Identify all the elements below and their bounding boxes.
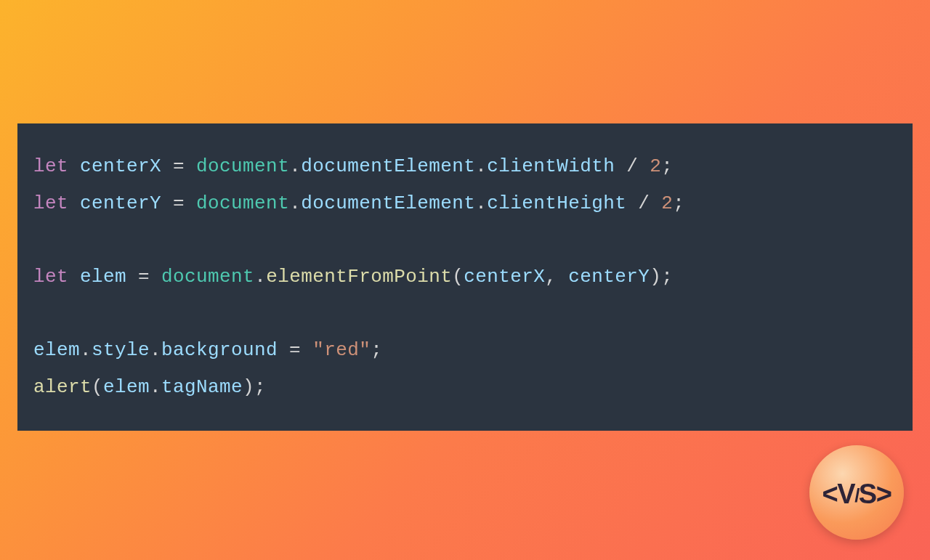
- code-token: [68, 192, 80, 214]
- code-token: [650, 192, 661, 214]
- code-token: tagName: [161, 376, 243, 398]
- code-snippet-panel: let centerX = document.documentElement.c…: [17, 123, 913, 431]
- code-token: /: [638, 192, 650, 214]
- code-token: [278, 339, 289, 361]
- code-line: [33, 296, 897, 333]
- code-token: .: [150, 376, 161, 398]
- code-line: elem.style.background = "red";: [33, 332, 897, 369]
- code-token: (: [92, 376, 103, 398]
- code-token: document: [196, 192, 289, 214]
- code-token: ): [650, 266, 661, 288]
- code-token: ;: [661, 266, 673, 288]
- code-token: ;: [673, 192, 684, 214]
- code-token: (: [452, 266, 464, 288]
- code-token: [126, 266, 138, 288]
- code-token: 2: [661, 192, 673, 214]
- code-token: centerX: [80, 155, 161, 177]
- code-token: =: [173, 192, 185, 214]
- code-token: centerY: [80, 192, 161, 214]
- code-token: [615, 155, 626, 177]
- code-token: .: [475, 155, 487, 177]
- code-token: =: [289, 339, 301, 361]
- code-line: let centerY = document.documentElement.c…: [33, 185, 897, 222]
- code-token: [301, 339, 312, 361]
- code-token: centerX: [464, 266, 545, 288]
- code-token: [161, 155, 173, 177]
- code-token: centerY: [568, 266, 650, 288]
- code-line: let elem = document.elementFromPoint(cen…: [33, 259, 897, 296]
- code-token: .: [80, 339, 92, 361]
- code-token: ): [243, 376, 254, 398]
- code-token: /: [626, 155, 638, 177]
- code-token: .: [254, 266, 266, 288]
- code-token: documentElement: [301, 155, 475, 177]
- code-token: [150, 266, 161, 288]
- code-token: document: [161, 266, 254, 288]
- code-token: ;: [254, 376, 266, 398]
- code-token: let: [33, 192, 68, 214]
- code-token: .: [289, 192, 301, 214]
- code-token: [185, 155, 196, 177]
- vs-logo-badge: <V/S>: [809, 445, 904, 540]
- code-token: documentElement: [301, 192, 475, 214]
- code-token: elem: [103, 376, 150, 398]
- code-token: =: [173, 155, 185, 177]
- code-token: [161, 192, 173, 214]
- logo-close-bracket: >: [876, 479, 891, 509]
- code-token: [557, 266, 568, 288]
- logo-open-bracket: <: [822, 479, 838, 509]
- code-token: .: [475, 192, 487, 214]
- code-token: [68, 266, 80, 288]
- code-token: .: [150, 339, 161, 361]
- code-token: elem: [33, 339, 80, 361]
- logo-v: V: [837, 479, 854, 509]
- code-token: .: [289, 155, 301, 177]
- logo-s: S: [859, 479, 876, 509]
- code-token: alert: [33, 376, 92, 398]
- code-token: let: [33, 266, 68, 288]
- code-token: elementFromPoint: [266, 266, 452, 288]
- code-token: ;: [371, 339, 382, 361]
- code-token: "red": [312, 339, 371, 361]
- code-token: elem: [80, 266, 126, 288]
- code-token: background: [161, 339, 278, 361]
- code-token: clientHeight: [487, 192, 626, 214]
- code-token: style: [92, 339, 150, 361]
- code-token: [638, 155, 650, 177]
- code-token: =: [138, 266, 150, 288]
- code-token: document: [196, 155, 289, 177]
- code-token: clientWidth: [487, 155, 615, 177]
- code-token: [68, 155, 80, 177]
- code-line: [33, 222, 897, 259]
- code-line: let centerX = document.documentElement.c…: [33, 148, 897, 185]
- code-line: alert(elem.tagName);: [33, 369, 897, 406]
- code-token: [185, 192, 196, 214]
- vs-logo-text: <V/S>: [822, 479, 891, 510]
- code-token: [626, 192, 638, 214]
- code-token: ,: [545, 266, 557, 288]
- code-token: ;: [661, 155, 673, 177]
- code-token: let: [33, 155, 68, 177]
- code-token: 2: [650, 155, 661, 177]
